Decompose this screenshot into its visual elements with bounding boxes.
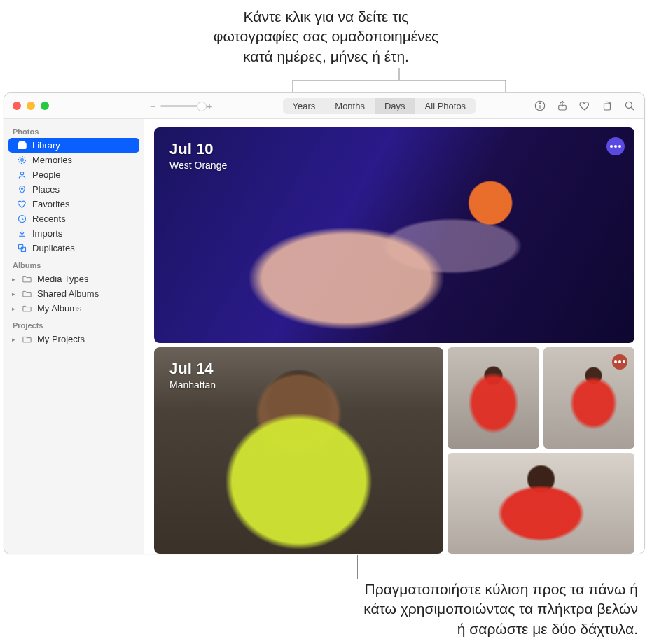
- maximize-icon[interactable]: [41, 102, 49, 110]
- callout-text: φωτογραφίες σας ομαδοποιημένες: [0, 27, 652, 46]
- photo-thumbnail[interactable]: [543, 347, 635, 449]
- svg-point-16: [21, 188, 23, 190]
- day-location: West Orange: [169, 160, 227, 171]
- day-card[interactable]: Jul 10 West Orange: [154, 127, 634, 343]
- sidebar-item-label: Imports: [32, 228, 62, 239]
- people-icon: [17, 169, 27, 180]
- photo-thumbnail[interactable]: [448, 453, 634, 554]
- sidebar-item-label: My Albums: [37, 303, 82, 314]
- more-options-icon[interactable]: [606, 137, 625, 155]
- titlebar: − + Years Months Days All Photos: [4, 93, 644, 119]
- photo-thumbnail[interactable]: [448, 347, 539, 449]
- svg-rect-11: [18, 143, 26, 149]
- library-icon: [17, 140, 27, 150]
- svg-rect-8: [604, 104, 611, 110]
- sidebar-item-label: People: [32, 169, 60, 180]
- sidebar-item-label: My Projects: [37, 334, 85, 344]
- svg-rect-18: [19, 245, 23, 249]
- sidebar-item-label: Duplicates: [32, 243, 75, 253]
- favorite-icon[interactable]: [578, 99, 591, 112]
- rotate-icon[interactable]: [601, 99, 613, 112]
- callout-text: κατά ημέρες, μήνες ή έτη.: [0, 47, 652, 66]
- folder-icon: [22, 288, 32, 299]
- svg-point-6: [539, 103, 540, 104]
- sidebar-section-photos: Photos: [4, 122, 144, 138]
- info-icon[interactable]: [534, 99, 546, 112]
- share-icon[interactable]: [556, 99, 569, 112]
- duplicates-icon: [17, 243, 27, 253]
- clock-icon: [17, 214, 27, 224]
- sidebar-item-media-types[interactable]: ▸ Media Types: [8, 272, 139, 286]
- day-label: Jul 10 West Orange: [169, 140, 227, 171]
- callout-text: Κάντε κλικ για να δείτε τις: [0, 7, 652, 27]
- day-label: Jul 14 Manhattan: [169, 360, 216, 391]
- sidebar-section-projects: Projects: [4, 316, 144, 332]
- sidebar-item-memories[interactable]: Memories: [8, 153, 139, 167]
- sidebar-item-imports[interactable]: Imports: [8, 226, 139, 241]
- photos-window: − + Years Months Days All Photos: [4, 92, 645, 554]
- sidebar-item-label: Library: [32, 140, 60, 150]
- zoom-out-icon[interactable]: −: [150, 100, 156, 112]
- minimize-icon[interactable]: [27, 102, 35, 110]
- day-date: Jul 10: [169, 140, 227, 158]
- sidebar-item-my-projects[interactable]: ▸ My Projects: [8, 332, 139, 346]
- memories-icon: [17, 155, 27, 165]
- sidebar-item-label: Places: [32, 184, 60, 195]
- sidebar-item-label: Favorites: [32, 199, 69, 209]
- sidebar-item-favorites[interactable]: Favorites: [8, 197, 139, 211]
- svg-point-15: [20, 172, 23, 174]
- sidebar-item-duplicates[interactable]: Duplicates: [8, 241, 139, 255]
- search-icon[interactable]: [623, 99, 636, 112]
- more-options-icon[interactable]: [612, 354, 627, 370]
- sidebar-item-label: Shared Albums: [37, 288, 99, 299]
- sidebar-item-shared-albums[interactable]: ▸ Shared Albums: [8, 286, 139, 301]
- day-card: Jul 14 Manhattan: [154, 347, 634, 554]
- tab-days[interactable]: Days: [375, 98, 415, 114]
- photo-grid[interactable]: Jul 10 West Orange Jul 14 Manhattan: [144, 119, 644, 554]
- day-location: Manhattan: [169, 379, 216, 391]
- callout-text: Πραγματοποιήστε κύλιση προς τα πάνω ή: [0, 580, 638, 599]
- sidebar-section-albums: Albums: [4, 255, 144, 272]
- callout-text: ή σαρώστε με δύο δάχτυλα.: [0, 620, 638, 639]
- photo-thumbnail[interactable]: Jul 14 Manhattan: [154, 347, 443, 554]
- callout-text: κάτω χρησιμοποιώντας τα πλήκτρα βελών: [0, 599, 638, 619]
- sidebar-item-library[interactable]: Library: [8, 138, 139, 153]
- callout-top: Κάντε κλικ για να δείτε τις φωτογραφίες …: [0, 7, 652, 66]
- svg-rect-12: [20, 141, 25, 143]
- chevron-right-icon: ▸: [11, 276, 17, 283]
- tab-all-photos[interactable]: All Photos: [415, 98, 476, 114]
- sidebar-item-label: Memories: [32, 155, 72, 165]
- svg-point-14: [19, 157, 26, 164]
- zoom-in-icon[interactable]: +: [207, 100, 213, 112]
- sidebar-item-places[interactable]: Places: [8, 182, 139, 197]
- toolbar: − + Years Months Days All Photos: [144, 98, 644, 114]
- sidebar-item-my-albums[interactable]: ▸ My Albums: [8, 301, 139, 316]
- svg-point-9: [625, 102, 632, 108]
- folder-icon: [22, 303, 32, 314]
- svg-rect-19: [21, 247, 25, 251]
- tab-months[interactable]: Months: [325, 98, 375, 114]
- folder-icon: [22, 334, 32, 344]
- tab-years[interactable]: Years: [283, 98, 326, 114]
- zoom-control[interactable]: − +: [150, 100, 213, 112]
- window-controls: [4, 102, 144, 110]
- sidebar-item-people[interactable]: People: [8, 167, 139, 182]
- svg-line-10: [631, 107, 634, 110]
- zoom-slider[interactable]: [160, 105, 202, 107]
- toolbar-actions: [534, 99, 639, 112]
- sidebar-item-label: Recents: [32, 214, 66, 224]
- download-icon: [17, 228, 27, 239]
- sidebar-item-recents[interactable]: Recents: [8, 211, 139, 226]
- places-icon: [17, 184, 27, 195]
- chevron-right-icon: ▸: [11, 305, 17, 312]
- callout-bottom: Πραγματοποιήστε κύλιση προς τα πάνω ή κά…: [0, 580, 638, 639]
- close-icon[interactable]: [13, 102, 21, 110]
- sidebar-item-label: Media Types: [37, 274, 88, 284]
- chevron-right-icon: ▸: [11, 336, 17, 343]
- folder-icon: [22, 274, 32, 284]
- view-segmented-control: Years Months Days All Photos: [283, 98, 476, 114]
- sidebar: Photos Library Memories People Places Fa…: [4, 119, 144, 554]
- day-date: Jul 14: [169, 360, 216, 378]
- window-body: Photos Library Memories People Places Fa…: [4, 119, 644, 554]
- chevron-right-icon: ▸: [11, 290, 17, 298]
